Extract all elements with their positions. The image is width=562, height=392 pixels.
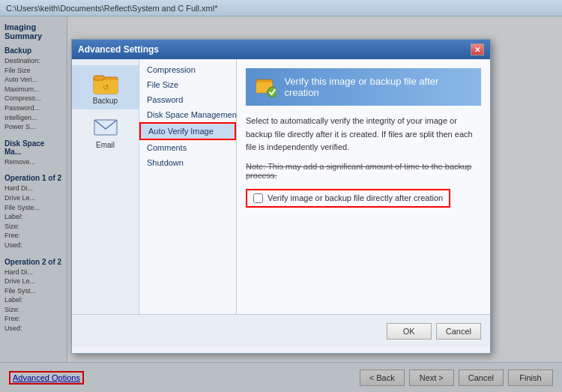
verify-checkbox-container: Verify image or backup file directly aft… bbox=[246, 189, 450, 208]
verify-header-icon bbox=[255, 76, 277, 98]
svg-point-7 bbox=[268, 87, 277, 97]
svg-rect-2 bbox=[94, 76, 104, 80]
modal-overlay: Advanced Settings ✕ ↺ bbox=[0, 16, 562, 392]
nav-password[interactable]: Password bbox=[139, 92, 236, 107]
content-description: Select to automatically verify the integ… bbox=[246, 115, 481, 154]
nav-diskspace[interactable]: Disk Space Management bbox=[139, 107, 236, 122]
backup-tab[interactable]: ↺ Backup bbox=[72, 65, 139, 109]
window-title: C:\Users\keith\Documents\Reflect\System … bbox=[6, 4, 217, 13]
dialog-nav: Compression File Size Password Disk Spac… bbox=[139, 59, 237, 314]
dialog-ok-button[interactable]: OK bbox=[387, 323, 432, 340]
verify-checkbox[interactable] bbox=[253, 193, 263, 203]
email-icon bbox=[92, 114, 119, 141]
backup-icon: ↺ bbox=[92, 70, 119, 97]
nav-compression[interactable]: Compression bbox=[139, 62, 236, 77]
backup-tab-label: Backup bbox=[93, 97, 118, 105]
dialog-body: ↺ Backup Email Compress bbox=[72, 59, 490, 314]
dialog-cancel-button[interactable]: Cancel bbox=[436, 323, 481, 340]
main-window: Imaging Summary Backup Destination: File… bbox=[0, 16, 562, 392]
content-header-title: Verify this image or backup file after c… bbox=[284, 76, 472, 98]
dialog-icon-panel: ↺ Backup Email bbox=[72, 59, 139, 314]
dialog-title: Advanced Settings bbox=[78, 44, 159, 55]
email-tab-label: Email bbox=[96, 141, 115, 149]
dialog-right-content: Verify this image or backup file after c… bbox=[237, 59, 490, 314]
dialog-footer: OK Cancel bbox=[72, 314, 490, 347]
email-tab[interactable]: Email bbox=[72, 109, 139, 154]
advanced-settings-dialog: Advanced Settings ✕ ↺ bbox=[71, 39, 491, 354]
title-bar: C:\Users\keith\Documents\Reflect\System … bbox=[0, 0, 562, 16]
content-header: Verify this image or backup file after c… bbox=[246, 68, 481, 106]
nav-autoverify[interactable]: Auto Verify Image bbox=[139, 122, 236, 140]
dialog-title-bar: Advanced Settings ✕ bbox=[72, 40, 490, 59]
nav-comments[interactable]: Comments bbox=[139, 140, 236, 155]
nav-shutdown[interactable]: Shutdown bbox=[139, 155, 236, 170]
nav-filesize[interactable]: File Size bbox=[139, 77, 236, 92]
svg-text:↺: ↺ bbox=[103, 83, 109, 91]
content-note: Note: This may add a significant amount … bbox=[246, 162, 481, 180]
verify-checkbox-label[interactable]: Verify image or backup file directly aft… bbox=[268, 193, 443, 202]
dialog-close-button[interactable]: ✕ bbox=[471, 43, 484, 55]
